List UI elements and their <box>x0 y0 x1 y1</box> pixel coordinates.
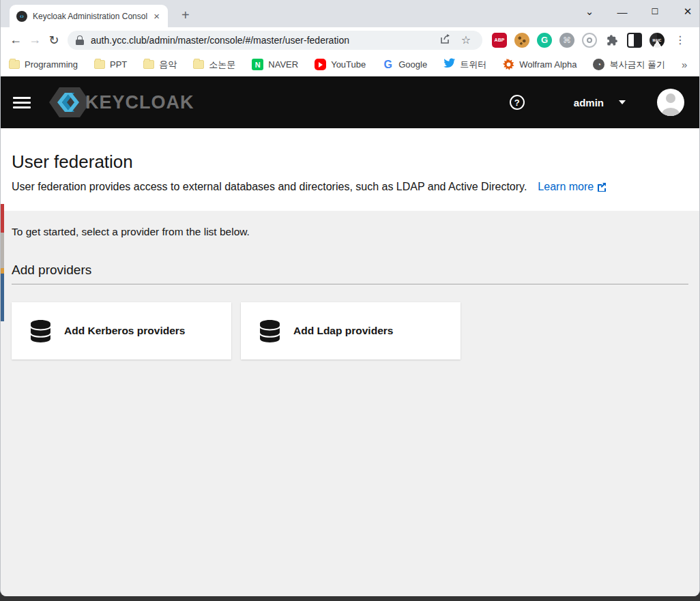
tab-keycloak-console[interactable]: ‹› Keycloak Administration Consol × <box>10 5 168 27</box>
minimize-button[interactable]: — <box>616 6 628 18</box>
back-button[interactable]: ← <box>6 31 25 50</box>
keycloak-logo[interactable]: KEYCLOAK <box>48 84 194 121</box>
lock-icon[interactable] <box>76 35 84 45</box>
bookmark-star-icon[interactable]: ☆ <box>456 33 476 46</box>
bookmarks-bar: Programming PPT 음악 소논문 N NAVER YouTube G… <box>1 53 699 76</box>
globe-icon: ◔ <box>593 59 604 70</box>
database-icon <box>30 320 51 342</box>
browser-window: ‹› Keycloak Administration Consol × + ⌄ … <box>0 0 700 596</box>
browser-toolbar: ← → ↻ auth.ycc.club/admin/master/console… <box>1 27 699 53</box>
tab-strip: ‹› Keycloak Administration Consol × + ⌄ … <box>1 0 699 27</box>
card-label: Add Ldap providers <box>293 325 393 337</box>
bookmark-folder-programming[interactable]: Programming <box>9 59 78 70</box>
page-description: User federation provides access to exter… <box>12 181 683 194</box>
user-dropdown[interactable]: admin <box>574 97 626 108</box>
tab-close-icon[interactable]: × <box>151 10 162 22</box>
chrome-menu-icon[interactable]: ⋮ <box>672 33 688 46</box>
tab-search-icon[interactable]: ⌄ <box>583 5 596 18</box>
page-title: User federation <box>12 151 683 173</box>
keycloak-logo-icon <box>48 84 91 121</box>
folder-icon <box>94 60 105 69</box>
maximize-button[interactable]: ☐ <box>649 7 661 16</box>
bookmark-twitter[interactable]: 트위터 <box>443 58 486 71</box>
address-bar[interactable]: auth.ycc.club/admin/master/console/#/mas… <box>68 31 482 50</box>
background-window-sliver <box>1 268 4 274</box>
browser-profile-avatar[interactable]: MAIC <box>650 33 665 48</box>
adblock-plus-icon[interactable]: ABP <box>492 33 507 48</box>
wolfram-alpha-icon <box>503 59 514 70</box>
bookmark-folder-papers[interactable]: 소논문 <box>193 59 235 71</box>
bookmark-youtube[interactable]: YouTube <box>315 59 366 70</box>
bookmark-naver[interactable]: N NAVER <box>252 59 298 70</box>
keycloak-logo-text: KEYCLOAK <box>85 92 194 113</box>
keycloak-masthead: KEYCLOAK ? admin <box>1 76 699 128</box>
bookmark-wolfram-alpha[interactable]: Wolfram Alpha <box>503 59 577 70</box>
card-label: Add Kerberos providers <box>64 325 185 337</box>
reload-button[interactable]: ↻ <box>44 31 63 50</box>
intro-text: To get started, select a provider from t… <box>12 226 688 238</box>
user-avatar[interactable] <box>657 89 684 116</box>
window-controls: ⌄ — ☐ ✕ <box>583 0 694 23</box>
youtube-icon <box>315 59 326 70</box>
page-header: User federation User federation provides… <box>1 128 699 211</box>
folder-icon <box>143 60 154 69</box>
bookmark-google[interactable]: G Google <box>382 59 427 71</box>
bookmark-folder-ppt[interactable]: PPT <box>94 59 127 70</box>
provider-cards: Add Kerberos providers Add Ldap provider… <box>12 302 688 360</box>
user-federation-content: To get started, select a provider from t… <box>1 211 699 596</box>
masthead-right: ? admin <box>510 89 684 116</box>
nav-toggle-hamburger-icon[interactable] <box>13 94 31 111</box>
learn-more-link[interactable]: Learn more <box>538 181 607 192</box>
url-text[interactable]: auth.ycc.club/admin/master/console/#/mas… <box>91 35 435 46</box>
keybase-extension-icon[interactable]: ⌘ <box>559 33 574 48</box>
background-window-sliver <box>1 204 4 233</box>
database-icon <box>259 320 280 342</box>
tab-title: Keycloak Administration Consol <box>33 12 151 21</box>
naver-icon: N <box>252 59 263 70</box>
share-icon[interactable] <box>435 33 456 47</box>
help-icon[interactable]: ? <box>510 95 525 110</box>
add-kerberos-provider-card[interactable]: Add Kerberos providers <box>12 302 231 360</box>
extensions-puzzle-icon[interactable] <box>604 33 619 48</box>
add-providers-heading: Add providers <box>12 263 688 284</box>
folder-icon <box>9 60 20 69</box>
camera-extension-icon[interactable] <box>582 33 597 48</box>
external-link-icon <box>597 182 607 194</box>
username-label: admin <box>574 97 604 108</box>
background-window-sliver <box>1 233 4 268</box>
folder-icon <box>193 60 204 69</box>
google-icon: G <box>382 59 394 71</box>
close-window-button[interactable]: ✕ <box>682 5 694 18</box>
bookmark-copy-unlock[interactable]: ◔ 복사금지 풀기 <box>593 59 665 71</box>
twitter-icon <box>443 58 455 71</box>
add-ldap-provider-card[interactable]: Add Ldap providers <box>241 302 461 360</box>
bookmarks-overflow-chevron[interactable]: » <box>682 59 687 70</box>
cookie-extension-icon[interactable] <box>514 33 529 48</box>
grammarly-icon[interactable]: G <box>537 33 552 48</box>
chevron-down-icon <box>619 100 626 104</box>
extensions-row: ABP G ⌘ MAIC ⋮ <box>492 33 688 48</box>
forward-button[interactable]: → <box>25 31 44 50</box>
bookmark-folder-music[interactable]: 음악 <box>143 59 177 71</box>
background-window-sliver <box>1 274 4 321</box>
new-tab-button[interactable]: + <box>176 6 195 25</box>
keycloak-favicon-icon: ‹› <box>16 11 27 22</box>
dark-reader-icon[interactable] <box>627 33 642 48</box>
